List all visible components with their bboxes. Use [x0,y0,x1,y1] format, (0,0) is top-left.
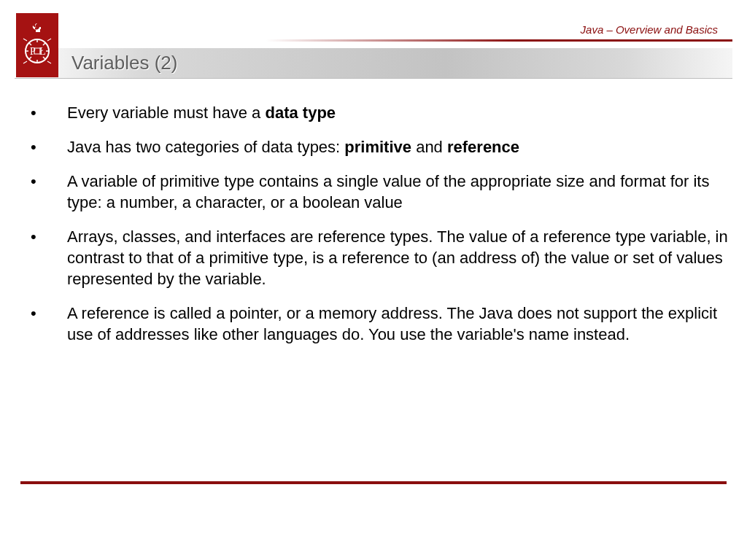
bold-text: primitive [344,138,411,156]
body-text: and [411,138,447,156]
bullet-list: Every variable must have a data typeJava… [22,102,728,345]
top-divider [15,39,732,42]
body-text: A variable of primitive type contains a … [67,172,709,211]
bold-text: data type [265,104,336,122]
body-text: Arrays, classes, and interfaces are refe… [67,228,728,288]
header-subtitle: Java – Overview and Basics [581,23,718,36]
bullet-item: A reference is called a pointer, or a me… [22,303,728,345]
title-band: Variables (2) [15,48,732,79]
bullet-item: Every variable must have a data type [22,102,728,123]
bullet-item: A variable of primitive type contains a … [22,171,728,213]
svg-text:P: P [30,46,36,57]
slide-title: Variables (2) [71,52,177,74]
body-text: Java has two categories of data types: [67,138,344,156]
body-text: Every variable must have a [67,104,265,122]
slide-content: Every variable must have a data typeJava… [22,102,728,358]
body-text: A reference is called a pointer, or a me… [67,304,717,343]
bullet-item: Java has two categories of data types: p… [22,136,728,158]
bottom-divider [20,481,727,484]
bullet-item: Arrays, classes, and interfaces are refe… [22,226,728,289]
university-logo: P Ł [16,13,58,77]
bold-text: reference [447,138,519,156]
logo-emblem-icon: P Ł [16,13,58,77]
